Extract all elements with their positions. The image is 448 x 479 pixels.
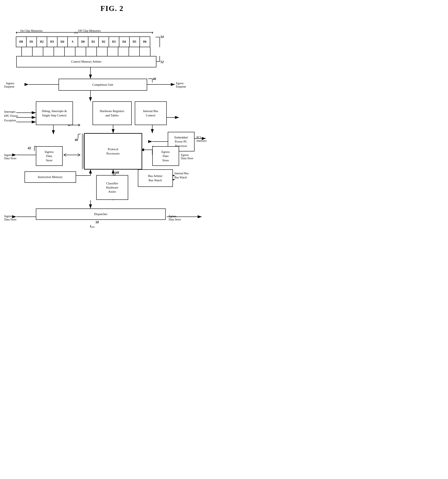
mem-d5: D5 bbox=[129, 36, 140, 47]
svg-line-38 bbox=[64, 153, 66, 155]
ingress-data-store-box: IngressDataStore bbox=[36, 146, 63, 166]
on-chip-memories-label: On Chip Memories bbox=[20, 29, 43, 33]
bus-arbiter-box: Bus ArbiterBus Watch bbox=[138, 169, 173, 187]
svg-line-74 bbox=[78, 134, 80, 134]
ref-50: 50 bbox=[96, 220, 99, 224]
dispatcher-box: Dispatcher bbox=[36, 208, 166, 220]
svg-line-25 bbox=[78, 124, 80, 125]
instruction-memory-box: Instruction Memory bbox=[25, 171, 76, 183]
egress-enqueue-label: EgressEnqueue bbox=[176, 82, 186, 88]
classifier-hw-assist-box: ClassifierHardwareAssist bbox=[96, 175, 128, 200]
protocol-processors-label: ProtocolProcessors bbox=[106, 147, 120, 156]
dispatcher-egress-label: EgressData Store bbox=[169, 215, 181, 221]
ref-54: 54 bbox=[160, 35, 164, 39]
egress-data-store-box: EgressDataStore bbox=[152, 146, 179, 166]
dispatcher-ingress-label: IngressData Store bbox=[4, 215, 16, 221]
completion-unit-box: Completion Unit bbox=[59, 79, 147, 91]
svg-marker-67 bbox=[152, 32, 153, 33]
svg-line-39 bbox=[64, 155, 66, 156]
mem-d0: D0 bbox=[78, 36, 88, 47]
ref-40: 40 bbox=[75, 138, 78, 142]
interrupts-label: Interrupts bbox=[4, 110, 15, 113]
internal-bus-label: Internal Bus bbox=[174, 172, 189, 175]
mem-h4: H4 bbox=[57, 36, 68, 47]
mem-d3: D3 bbox=[109, 36, 119, 47]
ref-52: 52 bbox=[160, 60, 164, 64]
instruction-memory-label: Instruction Memory bbox=[38, 175, 62, 179]
mem-d2: D2 bbox=[98, 36, 109, 47]
control-memory-arbiter-box: Control Memory Arbiter bbox=[16, 56, 156, 67]
mem-d6: D6 bbox=[140, 36, 150, 47]
dispatcher-label: Dispatcher bbox=[94, 212, 107, 216]
mem-s: S bbox=[67, 36, 78, 47]
mem-d1: D1 bbox=[88, 36, 99, 47]
internal-bus-control-label: Internal BusControl bbox=[143, 109, 158, 117]
completion-unit-label: Completion Unit bbox=[92, 83, 113, 87]
debug-interrupts-label: Debug, Interrupts &Single Step Control bbox=[42, 109, 67, 117]
control-memory-arbiter-label: Control Memory Arbiter bbox=[71, 60, 101, 64]
svg-line-26 bbox=[78, 125, 80, 126]
svg-marker-62 bbox=[75, 32, 76, 33]
svg-marker-61 bbox=[16, 32, 17, 33]
page-title: FIG. 2 bbox=[0, 0, 224, 19]
internal-bus-control-box: Internal BusControl bbox=[135, 101, 167, 125]
off-chip-memories-label: Off Chip Memories bbox=[78, 29, 101, 33]
svg-line-41 bbox=[78, 155, 80, 156]
egress-data-store-label: EgressDataStore bbox=[161, 150, 170, 162]
svg-line-24 bbox=[68, 125, 70, 126]
hw-registers-label: Hardware Registersand Tables bbox=[100, 109, 124, 117]
svg-line-40 bbox=[78, 153, 80, 155]
mem-h3: H3 bbox=[47, 36, 58, 47]
ref-46: 46 bbox=[153, 77, 156, 81]
debug-interrupts-box: Debug, Interrupts &Single Step Control bbox=[36, 101, 73, 125]
mem-h0: H0 bbox=[16, 36, 27, 47]
mem-h1: H1 bbox=[26, 36, 37, 47]
classifier-hw-assist-label: ClassifierHardwareAssist bbox=[106, 181, 118, 194]
egress-data-store-right-label: EgressData Store bbox=[181, 153, 193, 160]
mem-h2: H2 bbox=[36, 36, 47, 47]
ingress-enqueue-label: IngressEnqueue bbox=[4, 82, 14, 88]
pci-interface-label: PCIInterface bbox=[197, 136, 207, 143]
ingress-data-store-left-label: IngressData Store bbox=[4, 153, 16, 160]
bus-watch-label: Bus Watch bbox=[174, 176, 187, 179]
ingress-data-store-label: IngressDataStore bbox=[45, 150, 53, 162]
mem-d4: D4 bbox=[119, 36, 130, 47]
ref-42: 42 bbox=[28, 146, 31, 150]
embedded-powerpc-label: EmbeddedPower PCProcessor bbox=[174, 135, 187, 148]
ref-48: 48 bbox=[116, 171, 119, 174]
protocol-processors-box: ProtocolProcessors bbox=[84, 133, 142, 169]
epc-freeze-label: EPC Freeze bbox=[4, 114, 18, 118]
memory-cells: H0 H1 H2 H3 H4 S D0 D1 D2 D3 D4 D5 D6 bbox=[16, 36, 150, 47]
svg-marker-66 bbox=[76, 32, 77, 33]
exception-label: Exception bbox=[4, 119, 16, 122]
hw-registers-box: Hardware Registersand Tables bbox=[93, 101, 132, 125]
bus-arbiter-label: Bus ArbiterBus Watch bbox=[148, 174, 163, 182]
